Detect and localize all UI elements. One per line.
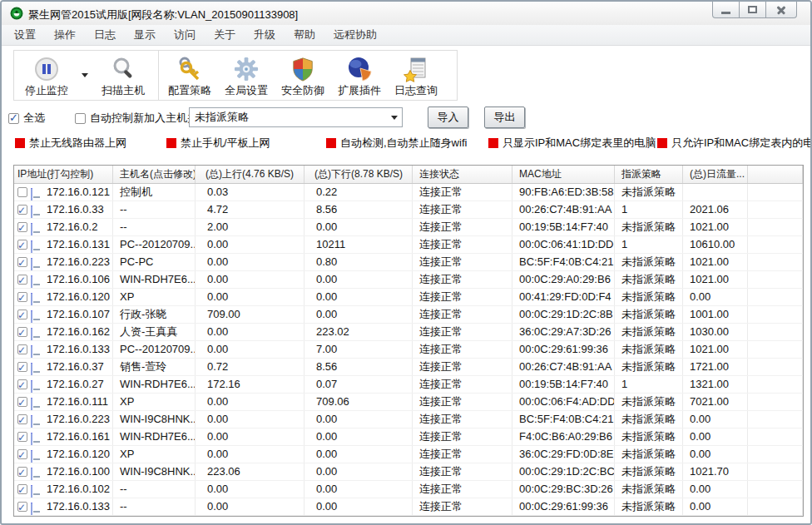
toolbar-button-global-settings[interactable]: 全局设置: [218, 51, 275, 100]
select-all-checkbox[interactable]: [8, 113, 19, 124]
table-row[interactable]: 172.16.0.102--0.000.00连接正常00:0C:29:BC:3D…: [14, 481, 803, 498]
table-row[interactable]: 172.16.0.33--4.728.56连接正常00:26:C7:4B:91:…: [14, 201, 803, 219]
menu-item-3[interactable]: 显示: [125, 25, 165, 45]
toolbar-button-security-defense[interactable]: 安全防御: [275, 51, 331, 100]
column-header-0[interactable]: IP地址(打勾控制): [14, 166, 113, 183]
column-header-8[interactable]: [748, 166, 803, 183]
legend-item-4[interactable]: 只允许IP和MAC绑定表内的电脑上网: [657, 136, 812, 151]
table-row[interactable]: 172.16.0.131PC--20120709...0.0010211连接正常…: [14, 236, 803, 254]
row-checkbox[interactable]: [17, 310, 27, 319]
menu-item-2[interactable]: 日志: [85, 25, 125, 45]
minimize-button[interactable]: [712, 2, 740, 18]
legend-item-2[interactable]: 自动检测,自动禁止随身wifi: [326, 136, 467, 151]
export-button[interactable]: 导出: [484, 106, 525, 128]
row-checkbox[interactable]: [17, 187, 27, 197]
mac-cell: 00:0C:06:41:1D:DD: [512, 236, 615, 253]
legend-item-1[interactable]: 禁止手机/平板上网: [166, 136, 270, 151]
column-header-4[interactable]: 连接状态: [413, 166, 512, 183]
select-all-control[interactable]: 全选: [8, 111, 45, 126]
row-checkbox[interactable]: [17, 205, 27, 215]
host-cell[interactable]: WIN-RDH7E6...: [113, 428, 196, 445]
monitor-dropdown-caret[interactable]: [79, 51, 91, 100]
host-cell[interactable]: WIN-RDH7E6...: [113, 376, 196, 393]
menu-item-4[interactable]: 访问: [165, 25, 205, 45]
column-header-2[interactable]: (总)上行(4.76 KB/S): [196, 166, 304, 183]
row-checkbox[interactable]: [17, 414, 27, 424]
auto-assign-checkbox[interactable]: [75, 113, 86, 124]
table-row[interactable]: 172.16.0.223WIN-I9C8HNK...0.000.00连接正常BC…: [14, 411, 803, 428]
table-row[interactable]: 172.16.0.223PC-PC0.000.80连接正常BC:5F:F4:0B…: [14, 254, 803, 271]
row-checkbox[interactable]: [17, 484, 27, 494]
import-button[interactable]: 导入: [428, 106, 468, 128]
host-cell[interactable]: WIN-I9C8HNK...: [113, 463, 196, 480]
toolbar-button-scan-hosts[interactable]: 扫描主机: [91, 51, 156, 100]
host-cell[interactable]: 控制机: [113, 184, 196, 201]
host-cell[interactable]: XP: [113, 446, 196, 463]
legend-item-3[interactable]: 只显示IP和MAC绑定表里的电脑: [488, 136, 656, 151]
row-checkbox[interactable]: [17, 432, 27, 442]
table-row[interactable]: 172.16.0.100WIN-I9C8HNK...223.060.00连接正常…: [14, 463, 803, 481]
table-row[interactable]: 172.16.0.107行政-张晓709.000.00连接正常00:0C:29:…: [14, 306, 803, 324]
table-row[interactable]: 172.16.0.133PC--20120709...0.007.00连接正常0…: [14, 341, 803, 359]
host-cell[interactable]: --: [113, 219, 196, 235]
table-row[interactable]: 172.16.0.37销售-萱玲0.728.56连接正常00:26:C7:4B:…: [14, 359, 803, 376]
host-cell[interactable]: PC--20120709...: [113, 341, 196, 358]
ip-cell: 172.16.0.121: [14, 184, 113, 201]
menu-item-7[interactable]: 帮助: [285, 25, 324, 45]
row-checkbox[interactable]: [17, 502, 27, 512]
host-cell[interactable]: PC--20120709...: [113, 236, 196, 253]
row-checkbox[interactable]: [17, 379, 27, 389]
host-cell[interactable]: PC-PC: [113, 254, 196, 270]
table-row[interactable]: 172.16.0.121控制机0.030.22连接正常90:FB:A6:ED:3…: [14, 184, 803, 201]
menu-item-6[interactable]: 升级: [245, 25, 285, 45]
column-header-5[interactable]: MAC地址: [512, 166, 615, 183]
close-button[interactable]: [765, 2, 797, 18]
table-row[interactable]: 172.16.0.162人资-王真真0.00223.02连接正常36:0C:29…: [14, 324, 803, 341]
column-header-1[interactable]: 主机名(点击修改): [113, 166, 196, 183]
mac-cell: 00:0C:06:F4:AD:DD: [512, 394, 615, 410]
table-row[interactable]: 172.16.0.111XP0.00709.06连接正常00:0C:06:F4:…: [14, 394, 803, 411]
menu-item-1[interactable]: 操作: [45, 25, 85, 45]
host-cell[interactable]: 行政-张晓: [113, 306, 196, 323]
row-checkbox[interactable]: [17, 327, 27, 337]
legend-item-0[interactable]: 禁止无线路由器上网: [15, 136, 126, 151]
host-cell[interactable]: XP: [113, 394, 196, 410]
menu-item-5[interactable]: 关于: [205, 25, 245, 45]
table-row[interactable]: 172.16.0.120XP0.000.00连接正常00:41:29:FD:0D…: [14, 289, 803, 306]
row-checkbox[interactable]: [17, 257, 27, 267]
row-checkbox[interactable]: [17, 362, 27, 372]
maximize-button[interactable]: [739, 2, 766, 18]
column-header-6[interactable]: 指派策略: [615, 166, 683, 183]
row-checkbox[interactable]: [17, 275, 27, 285]
toolbar-button-log-query[interactable]: 日志查询: [388, 51, 444, 100]
table-row[interactable]: 172.16.0.106WIN-RDH7E6...0.000.00连接正常00:…: [14, 271, 803, 289]
row-checkbox[interactable]: [17, 292, 27, 302]
toolbar-button-config-policy[interactable]: 配置策略: [161, 51, 218, 100]
table-row[interactable]: 172.16.0.2--2.000.00连接正常00:19:5B:14:F7:4…: [14, 219, 803, 236]
toolbar-button-stop-monitor[interactable]: 停止监控: [14, 51, 79, 100]
row-checkbox[interactable]: [17, 222, 27, 232]
host-cell[interactable]: --: [113, 481, 196, 498]
host-cell[interactable]: 销售-萱玲: [113, 359, 196, 375]
host-cell[interactable]: WIN-RDH7E6...: [113, 271, 196, 288]
column-header-7[interactable]: (总)日流量...: [683, 166, 748, 183]
host-cell[interactable]: WIN-I9C8HNK...: [113, 411, 196, 428]
menu-item-8[interactable]: 远程协助: [324, 25, 386, 45]
row-checkbox[interactable]: [17, 344, 27, 354]
table-row[interactable]: 172.16.0.161WIN-RDH7E6...0.000.00连接正常F4:…: [14, 428, 803, 446]
row-checkbox[interactable]: [17, 397, 27, 407]
row-checkbox[interactable]: [17, 449, 27, 459]
table-row[interactable]: 172.16.0.120XP0.000.00连接正常36:0C:29:FD:0D…: [14, 446, 803, 463]
toolbar-button-extensions[interactable]: 扩展插件: [331, 51, 388, 100]
host-cell[interactable]: --: [113, 201, 196, 218]
column-header-3[interactable]: (总)下行(8.78 KB/S): [304, 166, 413, 183]
host-cell[interactable]: XP: [113, 289, 196, 305]
policy-dropdown[interactable]: 未指派策略: [189, 107, 403, 127]
row-checkbox[interactable]: [17, 240, 27, 250]
host-cell[interactable]: 人资-王真真: [113, 324, 196, 340]
menu-item-0[interactable]: 设置: [5, 25, 45, 45]
host-cell[interactable]: --: [113, 498, 196, 515]
table-row[interactable]: 172.16.0.27WIN-RDH7E6...172.160.07连接正常00…: [14, 376, 803, 394]
row-checkbox[interactable]: [17, 467, 27, 477]
table-row[interactable]: 172.16.0.133--0.000.00连接正常00:0C:29:61:99…: [14, 498, 803, 516]
